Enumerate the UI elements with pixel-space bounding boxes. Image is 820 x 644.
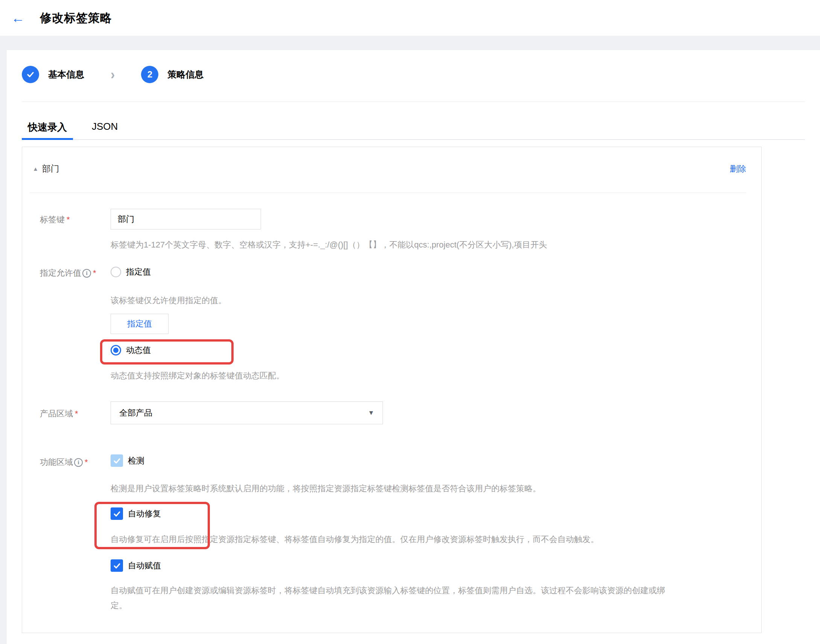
step-basic-info-label: 基本信息 bbox=[48, 69, 84, 81]
step-number: 2 bbox=[147, 69, 152, 80]
info-icon[interactable]: i bbox=[82, 269, 91, 278]
allowed-value-label-text: 指定允许值 bbox=[40, 267, 81, 279]
workspace-background: 基本信息 › 2 策略信息 快速录入 JSON bbox=[0, 36, 820, 644]
autofix-help: 自动修复可在启用后按照指定资源指定标签键、将标签值自动修复为指定的值。仅在用户修… bbox=[110, 534, 746, 545]
delete-link[interactable]: 删除 bbox=[730, 163, 746, 175]
checkbox-option-autofill[interactable]: 自动赋值 bbox=[110, 560, 746, 572]
checkbox-detect-label: 检测 bbox=[128, 455, 144, 466]
tag-key-help: 标签键为1-127个英文字母、数字、空格或汉字，支持+-=._:/@()[]（）… bbox=[110, 240, 746, 250]
product-scope-label-text: 产品区域 bbox=[40, 408, 73, 419]
function-scope-row: 功能区域 i * 检测 检测是用户设置标签策略时系统默认启用的功能，将按照指定资… bbox=[33, 454, 746, 613]
tab-json[interactable]: JSON bbox=[86, 121, 124, 139]
step-separator-icon: › bbox=[110, 67, 115, 83]
required-mark: * bbox=[67, 215, 70, 225]
allowed-value-row: 指定允许值 i * 指定值 该标签键仅允许使用指定的值。 指定值 动态值 bbox=[33, 267, 746, 381]
tag-key-input[interactable] bbox=[110, 209, 261, 230]
specify-value-button[interactable]: 指定值 bbox=[110, 314, 169, 334]
radio-option-dynamic[interactable]: 动态值 bbox=[110, 345, 746, 356]
tag-key-row: 标签键 * 标签键为1-127个英文字母、数字、空格或汉字，支持+-=._:/@… bbox=[33, 209, 746, 250]
collapse-icon[interactable]: ▲ bbox=[33, 166, 38, 172]
step-number-badge: 2 bbox=[141, 66, 158, 83]
checkbox-option-autofix[interactable]: 自动修复 bbox=[110, 508, 746, 520]
page-title: 修改标签策略 bbox=[40, 10, 112, 26]
product-scope-label: 产品区域 * bbox=[40, 402, 110, 419]
tab-json-label: JSON bbox=[92, 121, 118, 132]
section-header: ▲ 部门 删除 bbox=[33, 163, 746, 175]
step-basic-info[interactable]: 基本信息 bbox=[22, 66, 84, 83]
product-scope-row: 产品区域 * 全部产品 ▼ bbox=[33, 402, 746, 424]
checkbox-checked-icon[interactable] bbox=[110, 508, 123, 520]
tag-policy-panel: ▲ 部门 删除 标签键 * 标签键为1-127个英文字母、数字、空格或汉字，支持… bbox=[22, 147, 762, 633]
stepper: 基本信息 › 2 策略信息 bbox=[22, 66, 805, 83]
back-arrow-icon[interactable]: ← bbox=[11, 11, 25, 25]
radio-option-specified[interactable]: 指定值 bbox=[110, 267, 746, 277]
required-mark: * bbox=[84, 457, 88, 467]
autofill-help: 自动赋值可在用户创建资源或编辑资源标签时，将标签键自动填充到该资源输入标签键的位… bbox=[110, 583, 671, 613]
page-header: ← 修改标签策略 bbox=[0, 0, 820, 36]
checkbox-checked-icon[interactable] bbox=[110, 560, 123, 572]
dynamic-value-help: 动态值支持按照绑定对象的标签键值动态匹配。 bbox=[110, 371, 746, 381]
allowed-value-label: 指定允许值 i * bbox=[40, 267, 110, 279]
dropdown-arrow-icon: ▼ bbox=[368, 409, 374, 417]
radio-unchecked-icon[interactable] bbox=[110, 267, 121, 277]
section-divider bbox=[30, 193, 746, 193]
checkbox-autofix-label: 自动修复 bbox=[128, 508, 161, 520]
radio-specified-label: 指定值 bbox=[126, 266, 151, 278]
function-scope-label-text: 功能区域 bbox=[40, 457, 73, 468]
detect-help: 检测是用户设置标签策略时系统默认启用的功能，将按照指定资源指定标签键检测标签值是… bbox=[110, 483, 746, 494]
checkbox-autofill-label: 自动赋值 bbox=[128, 560, 161, 571]
radio-dynamic-label: 动态值 bbox=[126, 345, 151, 356]
required-mark: * bbox=[75, 409, 78, 419]
tab-quick-entry-label: 快速录入 bbox=[28, 121, 67, 133]
function-scope-label: 功能区域 i * bbox=[40, 454, 110, 468]
active-tab-underline bbox=[22, 138, 73, 140]
tag-key-label-text: 标签键 bbox=[40, 214, 65, 225]
content-card: 基本信息 › 2 策略信息 快速录入 JSON bbox=[7, 50, 820, 644]
step-policy-info-label: 策略信息 bbox=[167, 69, 204, 81]
product-scope-value: 全部产品 bbox=[119, 407, 368, 419]
step-policy-info: 2 策略信息 bbox=[141, 66, 204, 83]
stepper-divider bbox=[22, 101, 805, 102]
product-scope-select[interactable]: 全部产品 ▼ bbox=[110, 402, 383, 424]
section-title: 部门 bbox=[42, 163, 60, 175]
info-icon[interactable]: i bbox=[74, 458, 83, 467]
checkbox-option-detect: 检测 bbox=[110, 454, 746, 467]
tab-bar: 快速录入 JSON bbox=[22, 121, 805, 140]
radio-checked-icon[interactable] bbox=[110, 345, 121, 356]
tab-quick-entry[interactable]: 快速录入 bbox=[22, 121, 73, 139]
tag-key-label: 标签键 * bbox=[40, 209, 110, 225]
checkbox-checked-disabled-icon bbox=[110, 454, 123, 467]
step-complete-icon bbox=[22, 66, 39, 83]
specified-value-help: 该标签键仅允许使用指定的值。 bbox=[110, 295, 746, 306]
required-mark: * bbox=[93, 268, 96, 278]
